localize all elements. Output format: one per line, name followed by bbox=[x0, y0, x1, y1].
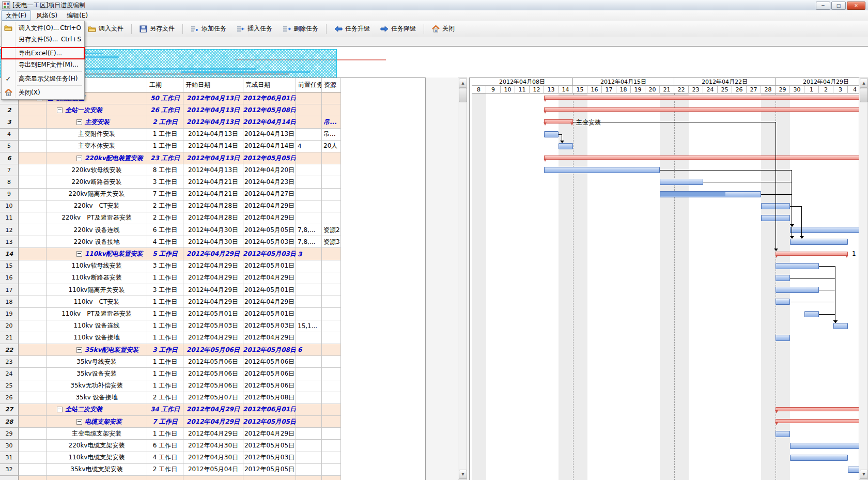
start-cell[interactable]: 2012年04月30日 bbox=[183, 452, 243, 464]
pred-cell[interactable] bbox=[296, 92, 322, 104]
table-row[interactable]: 12220kv 设备连线6 工作日2012年04月30日2012年05月05日7… bbox=[0, 224, 425, 236]
table-row[interactable]: 5主变本体安装1 工作日2012年04月14日2012年04月14日420人 bbox=[0, 141, 425, 152]
pred-cell[interactable] bbox=[296, 416, 322, 428]
toolbar-button-0[interactable]: 调入文件 bbox=[84, 23, 127, 35]
res-cell[interactable] bbox=[322, 440, 341, 452]
pred-cell[interactable]: 6 bbox=[296, 344, 322, 356]
column-header-start[interactable]: 开始日期 bbox=[183, 78, 243, 92]
summary-bar[interactable] bbox=[544, 156, 859, 160]
task-name-cell[interactable]: 110kv 设备连线 bbox=[47, 320, 147, 332]
start-cell[interactable]: 2012年04月13日 bbox=[183, 129, 243, 141]
finish-cell[interactable]: 2012年05月05日 bbox=[243, 416, 296, 428]
pred-cell[interactable] bbox=[296, 464, 322, 476]
dur-cell[interactable]: 26 工作日 bbox=[147, 104, 183, 116]
dur-cell[interactable]: 1 工作日 bbox=[147, 380, 183, 392]
file-menu-item-4[interactable]: 导出到EMF文件(M)... bbox=[2, 59, 84, 70]
res-cell[interactable]: 20人 bbox=[322, 141, 341, 152]
res-cell[interactable] bbox=[322, 189, 341, 200]
task-bar[interactable] bbox=[776, 431, 790, 437]
summary-bar[interactable] bbox=[544, 96, 859, 100]
menubar-item-network[interactable]: 风络(S) bbox=[32, 11, 61, 20]
table-row[interactable]: 2535kv无功补偿安装1 工作日2012年05月06日2012年05月06日 bbox=[0, 380, 425, 392]
table-row[interactable]: 16110kv断路器安装1 工作日2012年04月29日2012年04月29日 bbox=[0, 272, 425, 284]
dur-cell[interactable]: 5 工作日 bbox=[147, 248, 183, 260]
task-bar[interactable] bbox=[833, 323, 848, 329]
finish-cell[interactable]: 2012年04月29日 bbox=[243, 296, 296, 308]
table-row[interactable]: 18110kv CT安装1 工作日2012年04月29日2012年04月29日 bbox=[0, 296, 425, 308]
dur-cell[interactable]: 3 工作日 bbox=[147, 344, 183, 356]
finish-cell[interactable]: 2012年04月14日 bbox=[243, 116, 296, 128]
pred-cell[interactable] bbox=[296, 452, 322, 464]
task-name-cell[interactable]: 35kv配电装置安装 bbox=[47, 344, 147, 356]
summary-bar[interactable] bbox=[544, 119, 573, 123]
res-cell[interactable] bbox=[322, 248, 341, 260]
task-bar[interactable] bbox=[790, 227, 859, 233]
dur-cell[interactable]: 1 工作日 bbox=[147, 129, 183, 141]
start-cell[interactable]: 2012年04月29日 bbox=[183, 332, 243, 344]
task-name-cell[interactable]: 电缆支架安装 bbox=[47, 416, 147, 428]
dur-cell[interactable]: 1 工作日 bbox=[147, 296, 183, 308]
start-cell[interactable]: 2012年04月28日 bbox=[183, 212, 243, 224]
task-name-cell[interactable]: 35kv设备安装 bbox=[47, 368, 147, 380]
collapse-icon[interactable] bbox=[57, 107, 63, 113]
start-cell[interactable]: 2012年05月06日 bbox=[183, 344, 243, 356]
scroll-down-icon[interactable]: ▼ bbox=[860, 470, 868, 479]
table-row[interactable]: 13220kv 设备接地4 工作日2012年04月30日2012年05月03日7… bbox=[0, 236, 425, 248]
table-row[interactable]: 3主变安装2 工作日2012年04月13日2012年04月14日吊... bbox=[0, 116, 425, 128]
column-header-pred[interactable]: 前置任务 bbox=[296, 78, 322, 92]
table-row[interactable]: 9220kv隔离开关安装7 工作日2012年04月21日2012年04月27日 bbox=[0, 189, 425, 200]
pred-cell[interactable] bbox=[296, 260, 322, 272]
dur-cell[interactable]: 34 工作日 bbox=[147, 404, 183, 416]
res-cell[interactable] bbox=[322, 332, 341, 344]
task-bar[interactable] bbox=[776, 299, 790, 305]
pred-cell[interactable] bbox=[296, 404, 322, 416]
dur-cell[interactable]: 7 工作日 bbox=[147, 189, 183, 200]
res-cell[interactable] bbox=[322, 104, 341, 116]
res-cell[interactable] bbox=[322, 308, 341, 320]
finish-cell[interactable]: 2012年04月29日 bbox=[243, 200, 296, 212]
table-row[interactable]: 31110kv电缆支架安装4 工作日2012年04月30日2012年05月03日 bbox=[0, 452, 425, 464]
table-vertical-scrollbar[interactable]: ▲ ▼ bbox=[458, 78, 467, 480]
pred-cell[interactable] bbox=[296, 104, 322, 116]
task-name-cell[interactable]: 220kv配电装置安装 bbox=[47, 152, 147, 164]
pred-cell[interactable] bbox=[296, 189, 322, 200]
collapse-icon[interactable] bbox=[76, 251, 82, 257]
summary-bar[interactable] bbox=[544, 107, 859, 112]
task-name-cell[interactable]: 110kv 设备接地 bbox=[47, 332, 147, 344]
pred-cell[interactable] bbox=[296, 272, 322, 284]
pred-cell[interactable] bbox=[296, 176, 322, 188]
finish-cell[interactable]: 2012年05月06日 bbox=[243, 368, 296, 380]
dur-cell[interactable]: 3 工作日 bbox=[147, 260, 183, 272]
table-row[interactable]: 29主变电缆支架安装1 工作日2012年04月29日2012年04月29日 bbox=[0, 428, 425, 440]
dur-cell[interactable]: 6 工作日 bbox=[147, 440, 183, 452]
table-row[interactable]: 20110kv 设备连线1 工作日2012年05月03日2012年05月03日1… bbox=[0, 320, 425, 332]
table-row[interactable]: 21110kv 设备接地1 工作日2012年04月29日2012年04月29日 bbox=[0, 332, 425, 344]
start-cell[interactable]: 2012年04月13日 bbox=[183, 116, 243, 128]
finish-cell[interactable]: 2012年05月03日 bbox=[243, 248, 296, 260]
finish-cell[interactable]: 2012年05月01日 bbox=[243, 284, 296, 296]
finish-cell[interactable]: 2012年05月05日 bbox=[243, 464, 296, 476]
pred-cell[interactable] bbox=[296, 428, 322, 440]
scroll-down-icon[interactable]: ▼ bbox=[459, 470, 467, 479]
start-cell[interactable]: 2012年05月04日 bbox=[183, 464, 243, 476]
task-name-cell[interactable]: 220kv软母线安装 bbox=[47, 164, 147, 176]
task-name-cell[interactable]: 主变安装 bbox=[47, 116, 147, 128]
menubar-item-file[interactable]: 文件(F) bbox=[1, 10, 31, 21]
pred-cell[interactable]: 7,8,... bbox=[296, 224, 322, 236]
res-cell[interactable] bbox=[322, 284, 341, 296]
task-name-cell[interactable]: 110kv CT安装 bbox=[47, 296, 147, 308]
pred-cell[interactable] bbox=[296, 116, 322, 128]
pred-cell[interactable] bbox=[296, 152, 322, 164]
pred-cell[interactable]: 7,8,... bbox=[296, 236, 322, 248]
collapse-icon[interactable] bbox=[76, 419, 82, 425]
finish-cell[interactable]: 2012年05月06日 bbox=[243, 356, 296, 368]
start-cell[interactable]: 2012年04月21日 bbox=[183, 176, 243, 188]
task-name-cell[interactable]: 110kv软母线安装 bbox=[47, 260, 147, 272]
finish-cell[interactable]: 2012年04月29日 bbox=[243, 212, 296, 224]
finish-cell[interactable]: 2012年04月29日 bbox=[243, 332, 296, 344]
finish-cell[interactable]: 2012年05月08日 bbox=[243, 392, 296, 404]
finish-cell[interactable]: 2012年05月01日 bbox=[243, 260, 296, 272]
res-cell[interactable] bbox=[322, 368, 341, 380]
file-menu-item-0[interactable]: 调入文件(O)...Ctrl+O bbox=[2, 22, 84, 34]
pred-cell[interactable] bbox=[296, 296, 322, 308]
